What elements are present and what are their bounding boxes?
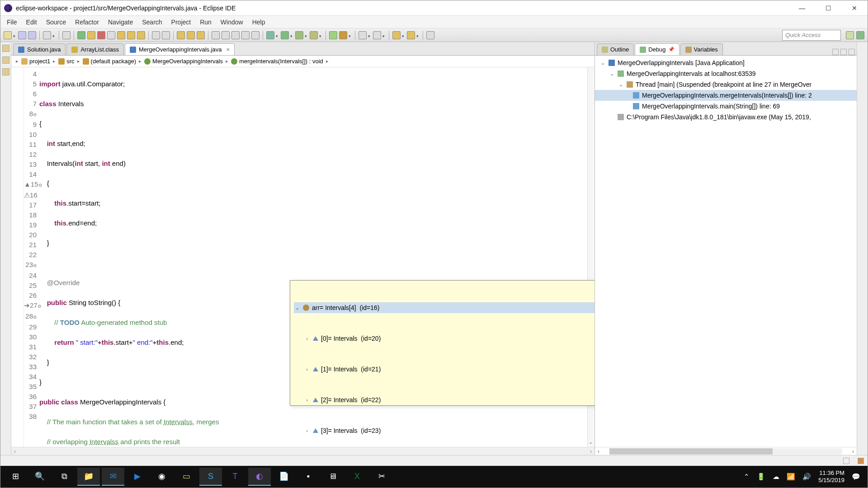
debug-launch-row[interactable]: ⌄ MergeOverlappingIntervals [Java Applic… [595,57,857,68]
task-view-button[interactable]: ⧉ [53,468,75,486]
menu-file[interactable]: File [2,17,22,28]
pin-icon[interactable]: 📌 [668,47,675,52]
step-over-icon[interactable] [127,31,135,39]
bc-package[interactable]: (default package) [83,58,136,65]
tab-debug[interactable]: Debug 📌 [635,43,679,55]
start-button[interactable]: ⊞ [4,468,27,486]
search-button[interactable]: 🔍 [28,468,51,486]
run-dd-icon[interactable] [281,31,289,39]
excel-button[interactable]: X [346,468,368,486]
pkg-explorer-icon[interactable] [2,45,9,52]
scroll-right-icon[interactable]: › [590,448,592,455]
scroll-right-icon[interactable]: › [849,448,857,455]
twist-down-icon[interactable]: ⌄ [618,82,624,88]
debug-perspective-icon[interactable] [856,31,864,39]
step-into-icon[interactable] [117,31,125,39]
hover-item-1[interactable]: › [1]= Intervals (id=21) [294,364,594,375]
tb-icon-h[interactable] [373,31,381,39]
twist-right-icon[interactable]: › [304,333,310,343]
twist-down-icon[interactable]: ⌄ [599,60,606,66]
resume-icon[interactable] [77,31,85,39]
hover-root-row[interactable]: ⌄ arr= Intervals[4] (id=16) [294,302,594,313]
debug-frame-2[interactable]: MergeOverlappingIntervals.main(String[])… [595,101,857,112]
new-class-icon[interactable] [329,31,337,39]
terminate-icon[interactable] [97,31,105,39]
tb-icon-b[interactable] [187,31,195,39]
tb-icon-g[interactable] [251,31,259,39]
tab-solution[interactable]: Solution.java [13,43,66,55]
new-icon[interactable] [4,31,12,39]
debug-dd-icon[interactable] [266,31,274,39]
chrome-button[interactable]: ◉ [151,468,173,486]
notepadpp-button[interactable]: 📄 [273,468,295,486]
disconnect-icon[interactable] [107,31,115,39]
bc-project[interactable]: project1 [21,58,50,65]
view-menu-icon[interactable] [832,49,839,55]
volume-icon[interactable]: 🔊 [802,473,811,481]
bc-class[interactable]: MergeOverlappingIntervals [144,58,223,65]
twist-right-icon[interactable]: › [304,395,310,405]
powershell-button[interactable]: ▶ [126,468,149,486]
maximize-button[interactable]: ☐ [815,0,841,16]
hover-item-3[interactable]: › [3]= Intervals (id=23) [294,425,594,436]
nav-fwd-icon[interactable] [407,31,415,39]
scroll-left-icon[interactable]: ‹ [14,448,16,455]
menu-window[interactable]: Window [216,17,248,28]
eclipse-button[interactable]: ◐ [248,468,271,486]
tb-icon-d[interactable] [222,31,230,39]
debug-horizontal-scrollbar[interactable]: ‹ › [595,447,857,455]
menu-edit[interactable]: Edit [22,17,42,28]
tab-close-icon[interactable]: × [226,46,230,53]
wifi-icon[interactable]: 📶 [787,473,795,481]
debug-process-row[interactable]: ⌄ MergeOverlappingIntervals at localhost… [595,68,857,79]
status-icon-2[interactable] [858,458,864,464]
skip-bp-icon[interactable] [62,31,71,39]
tasks-icon[interactable] [2,68,9,75]
twist-down-icon[interactable]: ⌄ [294,303,300,313]
tb-icon-c[interactable] [197,31,205,39]
twist-down-icon[interactable]: ⌄ [609,71,615,77]
battery-icon[interactable]: 🔋 [757,473,765,481]
code-editor[interactable]: 456 78⊖9 101112 1314▲15⊖ ⚠161718 192021 … [11,67,594,447]
java-perspective-icon[interactable] [846,31,854,39]
cov-dd-icon[interactable] [295,31,303,39]
save-all-icon[interactable] [28,31,36,39]
step-return-icon[interactable] [137,31,145,39]
notifications-icon[interactable]: 💬 [852,473,860,481]
menu-help[interactable]: Help [248,17,270,28]
tb-icon-a[interactable] [177,31,185,39]
minimize-button[interactable]: — [789,0,815,16]
code-content[interactable]: import java.util.Comparator; class Inter… [39,67,587,447]
menu-refactor[interactable]: Refactor [71,17,104,28]
save-icon[interactable] [18,31,26,39]
suspend-icon[interactable] [87,31,95,39]
type-hierarchy-icon[interactable] [2,56,9,64]
debug-tree[interactable]: ⌄ MergeOverlappingIntervals [Java Applic… [595,56,857,447]
snipping-button[interactable]: ✂ [370,468,393,486]
new-pkg-icon[interactable] [212,31,220,39]
nav-back-icon[interactable] [392,31,401,39]
tb-icon-f[interactable] [241,31,250,39]
menu-navigate[interactable]: Navigate [104,17,137,28]
menu-source[interactable]: Source [42,17,71,28]
scroll-left-icon[interactable]: ‹ [595,448,602,455]
bc-src[interactable]: src [58,58,74,65]
pin-icon[interactable] [426,31,434,39]
editor-horizontal-scrollbar[interactable]: ‹ › [11,447,594,455]
menu-project[interactable]: Project [167,17,196,28]
tray-clock[interactable]: 11:36 PM 5/15/2019 [818,469,844,484]
onedrive-icon[interactable]: ☁ [773,473,779,481]
skype-button[interactable]: S [199,468,222,486]
close-button[interactable]: ✕ [841,0,868,16]
twist-right-icon[interactable]: › [304,364,310,374]
twist-right-icon[interactable]: › [304,426,310,436]
drop-frame-icon[interactable] [152,31,160,39]
debug-thread-row[interactable]: ⌄ Thread [main] (Suspended (breakpoint a… [595,79,857,90]
step-filter-icon[interactable] [162,31,170,39]
new-jpkg-icon[interactable] [339,31,347,39]
sticky-notes-button[interactable]: ▭ [175,468,198,486]
status-icon-1[interactable] [843,458,849,464]
tab-mergeoverlapping[interactable]: MergeOverlappingIntervals.java × [125,43,235,55]
menu-run[interactable]: Run [195,17,216,28]
quick-access-input[interactable]: Quick Access [782,30,841,41]
